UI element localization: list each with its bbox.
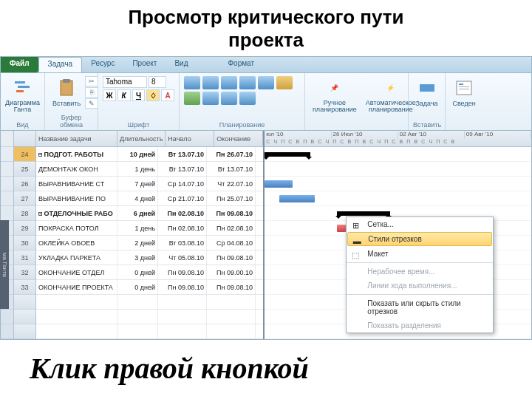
info-button[interactable]: Сведен [450, 76, 478, 109]
font-size-select[interactable]: 8 [149, 76, 166, 88]
row-id[interactable]: 26 [14, 177, 35, 191]
row-id[interactable]: 31 [14, 250, 35, 265]
svg-rect-2 [16, 90, 24, 92]
col-start[interactable]: Начало [166, 131, 214, 146]
menu-show-hide-bars[interactable]: Показать или скрыть стили отрезков [347, 294, 493, 318]
grid-icon: ⊞ [349, 219, 361, 231]
tab-project[interactable]: Проект [123, 57, 166, 72]
table-row[interactable]: ПОКРАСКА ПОТОЛ1 деньПн 02.08.10Пн 02.08.… [36, 221, 263, 236]
table-row[interactable]: ОКОНЧАНИЕ ОТДЕЛ0 днейПн 09.08.10Пн 09.00… [36, 265, 263, 280]
task-icon [417, 78, 437, 98]
italic-button[interactable]: К [117, 89, 131, 101]
table-row[interactable]: ⊟ОТДЕЛОЧНЫЕ РАБО6 днейПн 02.08.10Пн 09.0… [36, 206, 263, 221]
row-id[interactable]: 32 [14, 265, 35, 280]
group-insert-label: Вставить [413, 120, 440, 129]
table-row[interactable]: УКЛАДКА ПАРКЕТА3 днейЧт 05.08.10Пн 09.08… [36, 250, 263, 265]
task-table[interactable]: Название задачи Длительность Начало Окон… [36, 131, 265, 339]
tab-view[interactable]: Вид [166, 57, 197, 72]
table-row[interactable]: ОКОНЧАНИЕ ПРОЕКТА0 днейПн 09.08.10Пн 09.… [36, 280, 263, 295]
menu-show-splits[interactable]: Показать разделения [347, 318, 493, 332]
ribbon-tabs: Файл Задача Ресурс Проект Вид Формат [1, 57, 531, 73]
table-row[interactable]: ВЫРАВНИВАНИЕ ПО4 днейСр 21.07.10Пн 25.07… [36, 191, 263, 206]
grid-area: 24252627282930313233 Название задачи Дли… [1, 131, 531, 339]
manual-schedule-button[interactable]: 📌 Ручное планирование [310, 76, 360, 115]
svg-rect-9 [459, 89, 469, 89]
bars-icon: ▬ [351, 235, 363, 247]
col-finish[interactable]: Окончание [214, 131, 263, 146]
row-id[interactable]: 28 [14, 206, 35, 221]
copy-button[interactable]: ⎘ [85, 87, 98, 98]
row-id[interactable]: 24 [14, 147, 35, 162]
id-column: 24252627282930313233 [14, 131, 36, 339]
bold-button[interactable]: Ж [103, 89, 116, 101]
row-id[interactable]: 30 [14, 236, 35, 250]
table-row[interactable]: ОКЛЕЙКА ОБОЕВ2 днейВт 03.08.10Ср 04.08.1… [36, 236, 263, 250]
cut-button[interactable]: ✂ [85, 76, 98, 86]
insert-task-button[interactable]: Задача [413, 76, 440, 109]
tab-file[interactable]: Файл [1, 57, 38, 72]
menu-nonworking[interactable]: Нерабочее время... [347, 262, 493, 279]
col-duration[interactable]: Длительность [117, 131, 166, 146]
clipboard-icon [56, 78, 77, 98]
group-mode-label [310, 127, 403, 129]
info-icon [454, 78, 474, 98]
format-painter-button[interactable]: ✎ [85, 98, 98, 109]
annotation-text: Клик правой кнопкой [30, 351, 309, 386]
table-row[interactable]: ДЕМОНТАЖ ОКОН1 деньВт 13.07.10Вт 13.07.1… [36, 162, 263, 177]
layout-icon: ⬚ [349, 249, 361, 261]
svg-rect-5 [420, 84, 434, 92]
gantt-icon [13, 78, 33, 98]
svg-rect-7 [459, 83, 463, 85]
row-id[interactable]: 27 [14, 191, 35, 206]
group-clipboard-label: Буфер обмена [50, 112, 93, 129]
menu-grid[interactable]: ⊞Сетка... [347, 217, 493, 231]
schedule-buttons[interactable] [184, 76, 302, 105]
group-planning-label: Планирование [184, 120, 300, 129]
group-view-label: Вид [5, 120, 40, 129]
pin-icon: 📌 [324, 78, 345, 98]
svg-rect-1 [18, 86, 30, 88]
table-row[interactable]: ВЫРАВНИВАНИЕ СТ7 днейСр 14.07.10Чт 22.07… [36, 177, 263, 191]
col-name[interactable]: Название задачи [36, 131, 117, 146]
row-id[interactable]: 25 [14, 162, 35, 177]
group-font-label: Шрифт [103, 120, 174, 129]
gantt-chart-button[interactable]: Диаграмма Ганта [5, 76, 40, 115]
row-id[interactable]: 29 [14, 221, 35, 236]
highlight-button[interactable]: ♢ [146, 89, 160, 101]
slide-title: Просмотр критического путипроекта [0, 0, 532, 56]
underline-button[interactable]: Ч [132, 89, 146, 101]
font-color-button[interactable]: A [161, 89, 174, 101]
ribbon: Диаграмма Ганта Вид Вставить ✂ ⎘ ✎ Буфер… [1, 73, 531, 131]
ms-project-window: Файл Задача Ресурс Проект Вид Формат Диа… [0, 56, 532, 340]
font-name-select[interactable]: Tahoma [103, 76, 147, 88]
svg-rect-6 [457, 81, 471, 95]
tab-format[interactable]: Формат [219, 57, 263, 72]
menu-progress-lines[interactable]: Линии хода выполнения... [347, 279, 493, 293]
svg-rect-0 [15, 81, 25, 83]
vertical-tab-gantt[interactable]: ма Ганта [0, 220, 9, 309]
group-info-label [450, 127, 478, 129]
gantt-chart[interactable]: юл '1026 Июл '1002 Авг '1009 Авг '10 СЧП… [265, 131, 531, 339]
menu-layout[interactable]: ⬚Макет [347, 247, 493, 261]
svg-rect-8 [459, 86, 469, 87]
tab-task[interactable]: Задача [38, 57, 83, 72]
auto-icon: ⚡ [381, 78, 401, 98]
menu-bar-styles[interactable]: ▬Стили отрезков [347, 232, 492, 246]
tab-resource[interactable]: Ресурс [82, 57, 123, 72]
row-id[interactable]: 33 [14, 280, 35, 295]
svg-rect-4 [63, 79, 70, 83]
context-menu: ⊞Сетка... ▬Стили отрезков ⬚Макет Нерабоч… [346, 216, 494, 333]
paste-button[interactable]: Вставить [50, 76, 83, 109]
table-row[interactable]: ⊟ПОДГОТ. РАБОТЫ10 днейВт 13.07.10Пн 26.0… [36, 147, 263, 162]
